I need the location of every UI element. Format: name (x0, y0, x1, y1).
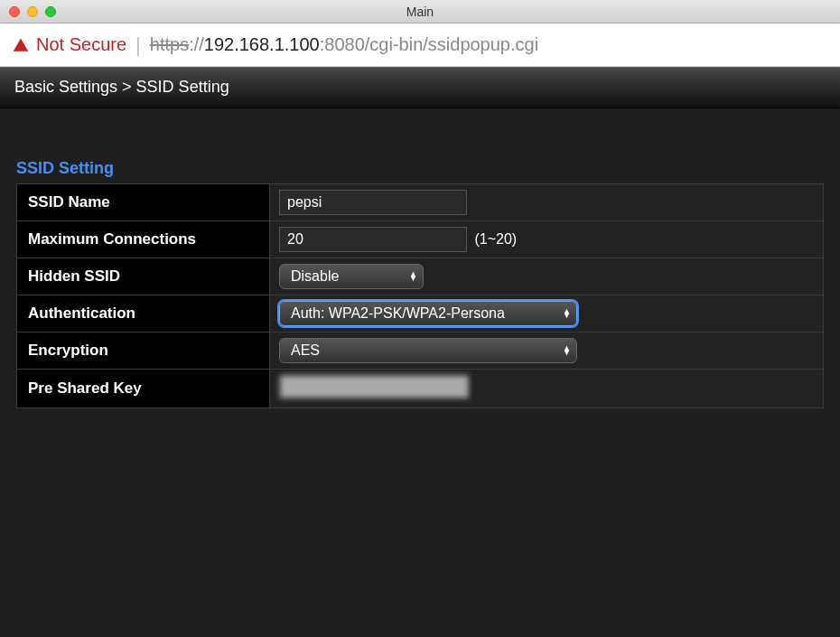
ssid-form: SSID Name Maximum Connections (1~20) Hid… (16, 183, 824, 408)
chevron-updown-icon: ▲▼ (409, 272, 417, 281)
not-secure-label: Not Secure (36, 34, 126, 55)
max-conn-hint: (1~20) (474, 231, 517, 247)
chevron-updown-icon: ▲▼ (563, 346, 571, 355)
breadcrumb-parent[interactable]: Basic Settings (14, 78, 117, 96)
url-port: :8080 (320, 34, 365, 54)
ssid-name-input[interactable] (279, 190, 467, 215)
row-psk: Pre Shared Key (17, 370, 824, 408)
not-secure-badge: Not Secure (13, 34, 126, 55)
chevron-updown-icon: ▲▼ (563, 309, 571, 318)
label-max-conn: Maximum Connections (17, 221, 270, 258)
row-ssid-name: SSID Name (17, 184, 824, 221)
url-separator: | (135, 33, 141, 57)
encryption-value: AES (291, 342, 320, 359)
max-conn-input[interactable] (279, 227, 467, 252)
breadcrumb-sep: > (122, 78, 132, 96)
field-psk (270, 370, 824, 408)
label-hidden-ssid: Hidden SSID (17, 258, 270, 295)
close-button[interactable] (9, 6, 20, 17)
maximize-button[interactable] (45, 6, 56, 17)
hidden-ssid-select[interactable]: Disable ▲▼ (279, 264, 424, 289)
row-authentication: Authentication Auth: WPA2-PSK/WPA2-Perso… (17, 295, 824, 333)
minimize-button[interactable] (27, 6, 38, 17)
section-title: SSID Setting (16, 159, 824, 178)
breadcrumb-current: SSID Setting (136, 78, 229, 96)
row-max-conn: Maximum Connections (1~20) (17, 221, 824, 258)
authentication-value: Auth: WPA2-PSK/WPA2-Persona (291, 305, 505, 322)
traffic-lights (9, 6, 56, 17)
field-encryption: AES ▲▼ (270, 333, 824, 370)
psk-input-blurred[interactable] (279, 375, 469, 398)
url-path: /cgi-bin/ssidpopup.cgi (365, 34, 538, 54)
label-authentication: Authentication (17, 295, 270, 333)
url-host: 192.168.1.100 (204, 34, 320, 54)
hidden-ssid-value: Disable (291, 268, 339, 285)
row-hidden-ssid: Hidden SSID Disable ▲▼ (17, 258, 824, 295)
address-bar[interactable]: Not Secure | https://192.168.1.100:8080/… (0, 23, 840, 67)
authentication-select[interactable]: Auth: WPA2-PSK/WPA2-Persona ▲▼ (279, 301, 577, 326)
warning-icon (13, 37, 29, 53)
row-encryption: Encryption AES ▲▼ (17, 333, 824, 370)
field-hidden-ssid: Disable ▲▼ (270, 258, 824, 295)
encryption-select[interactable]: AES ▲▼ (279, 338, 577, 363)
url[interactable]: https://192.168.1.100:8080/cgi-bin/ssidp… (150, 34, 538, 55)
label-psk: Pre Shared Key (17, 370, 270, 408)
field-authentication: Auth: WPA2-PSK/WPA2-Persona ▲▼ (270, 295, 824, 333)
window-title: Main (0, 5, 840, 19)
label-encryption: Encryption (17, 333, 270, 370)
field-ssid-name (270, 184, 824, 221)
url-scheme: https (150, 34, 189, 54)
titlebar: Main (0, 0, 840, 23)
page-content: Basic Settings > SSID Setting SSID Setti… (0, 67, 840, 637)
field-max-conn: (1~20) (270, 221, 824, 258)
ssid-section: SSID Setting SSID Name Maximum Connectio… (0, 108, 840, 408)
url-scheme-sep: :// (189, 34, 204, 54)
breadcrumb: Basic Settings > SSID Setting (0, 67, 840, 108)
label-ssid-name: SSID Name (17, 184, 270, 221)
